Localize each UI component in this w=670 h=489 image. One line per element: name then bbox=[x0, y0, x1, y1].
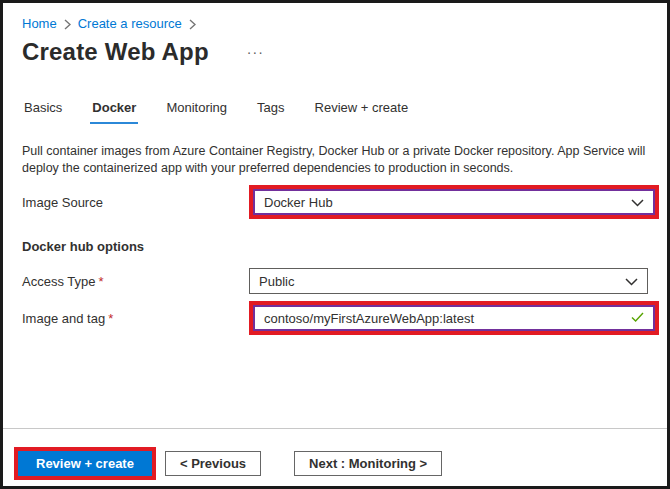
access-type-row: Access Type* Public bbox=[22, 268, 648, 294]
chevron-down-icon bbox=[625, 274, 638, 289]
tab-docker[interactable]: Docker bbox=[90, 100, 138, 124]
image-and-tag-label: Image and tag* bbox=[22, 311, 249, 326]
chevron-down-icon bbox=[631, 195, 644, 210]
image-and-tag-value: contoso/myFirstAzureWebApp:latest bbox=[264, 311, 474, 326]
required-asterisk: * bbox=[98, 274, 103, 289]
footer-button-bar: Review + create < Previous Next : Monito… bbox=[14, 447, 442, 480]
tab-tags[interactable]: Tags bbox=[255, 100, 286, 124]
annotation-highlight-image-source: Docker Hub bbox=[249, 185, 659, 219]
required-asterisk: * bbox=[108, 311, 113, 326]
docker-hub-options-heading: Docker hub options bbox=[22, 239, 648, 254]
annotation-highlight-image-and-tag: contoso/myFirstAzureWebApp:latest bbox=[249, 301, 659, 335]
image-source-label: Image Source bbox=[22, 195, 249, 210]
page-title: Create Web App bbox=[22, 38, 209, 66]
create-web-app-page: Home Create a resource Create Web App ··… bbox=[0, 0, 670, 489]
image-and-tag-input[interactable]: contoso/myFirstAzureWebApp:latest bbox=[253, 305, 655, 331]
access-type-label: Access Type* bbox=[22, 274, 249, 289]
access-type-dropdown[interactable]: Public bbox=[249, 268, 648, 294]
breadcrumb-chevron-icon bbox=[64, 19, 71, 30]
breadcrumb-home-link[interactable]: Home bbox=[22, 16, 57, 31]
title-row: Create Web App ··· bbox=[22, 38, 648, 66]
previous-button[interactable]: < Previous bbox=[165, 451, 261, 476]
tab-basics[interactable]: Basics bbox=[22, 100, 64, 124]
review-create-button[interactable]: Review + create bbox=[18, 451, 152, 476]
breadcrumb: Home Create a resource bbox=[22, 16, 648, 31]
tab-review-create[interactable]: Review + create bbox=[313, 100, 411, 124]
footer-divider bbox=[3, 428, 667, 429]
next-monitoring-button[interactable]: Next : Monitoring > bbox=[294, 451, 442, 476]
image-source-dropdown[interactable]: Docker Hub bbox=[253, 189, 655, 215]
valid-checkmark-icon bbox=[631, 311, 644, 326]
annotation-highlight-review-create: Review + create bbox=[14, 447, 156, 480]
image-and-tag-label-text: Image and tag bbox=[22, 311, 105, 326]
image-and-tag-row: Image and tag* contoso/myFirstAzureWebAp… bbox=[22, 301, 648, 335]
access-type-value: Public bbox=[259, 274, 294, 289]
docker-tab-description: Pull container images from Azure Contain… bbox=[22, 143, 648, 177]
tab-bar: Basics Docker Monitoring Tags Review + c… bbox=[22, 100, 648, 124]
image-source-row: Image Source Docker Hub bbox=[22, 185, 648, 219]
breadcrumb-create-resource-link[interactable]: Create a resource bbox=[78, 16, 182, 31]
breadcrumb-chevron-icon bbox=[189, 19, 196, 30]
tab-monitoring[interactable]: Monitoring bbox=[164, 100, 229, 124]
more-actions-icon[interactable]: ··· bbox=[247, 44, 264, 60]
access-type-label-text: Access Type bbox=[22, 274, 95, 289]
image-source-value: Docker Hub bbox=[264, 195, 333, 210]
